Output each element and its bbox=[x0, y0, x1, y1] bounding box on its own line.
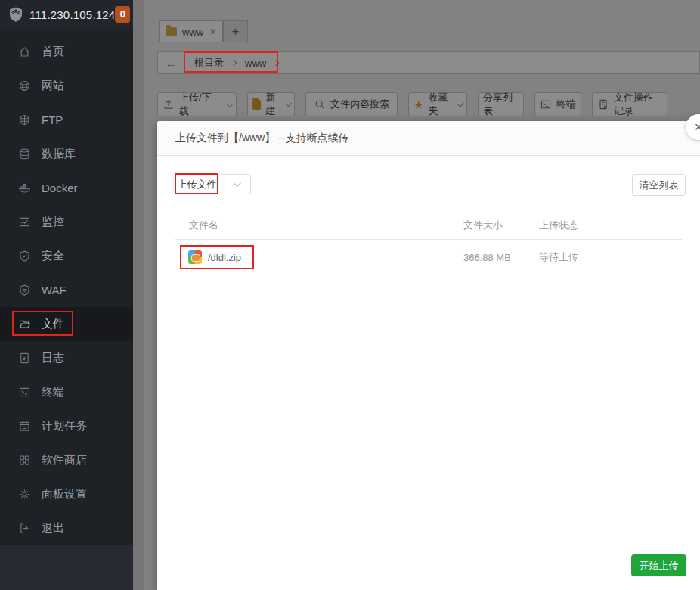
security-shield-icon bbox=[18, 250, 31, 262]
upload-queue-table: 文件名 文件大小 上传状态 /dldl.zip 366.88 MB 等待上传 bbox=[175, 211, 682, 275]
panel-header: 111.230.105.124 0 bbox=[0, 0, 133, 29]
sidebar-item-cron[interactable]: 计划任务 bbox=[0, 409, 133, 443]
sidebar-item-security[interactable]: 安全 bbox=[0, 239, 133, 273]
file-size: 366.88 MB bbox=[463, 252, 539, 263]
sidebar-item-logs[interactable]: 日志 bbox=[0, 341, 133, 375]
upload-split-button: 上传文件 bbox=[175, 174, 251, 194]
sidebar-item-waf[interactable]: WAF bbox=[0, 273, 133, 307]
sidebar-item-logout[interactable]: 退出 bbox=[0, 511, 133, 545]
sidebar-item-settings[interactable]: 面板设置 bbox=[0, 477, 133, 511]
column-filesize: 文件大小 bbox=[463, 219, 539, 232]
clear-list-button[interactable]: 清空列表 bbox=[632, 174, 686, 196]
logout-icon bbox=[18, 522, 31, 535]
table-header-row: 文件名 文件大小 上传状态 bbox=[175, 211, 682, 240]
zip-file-icon bbox=[188, 250, 202, 264]
sidebar-item-files[interactable]: 文件 bbox=[0, 307, 133, 341]
sidebar-item-database[interactable]: 数据库 bbox=[0, 137, 133, 171]
sidebar-item-home[interactable]: 首页 bbox=[0, 35, 133, 69]
calendar-task-icon bbox=[18, 420, 31, 433]
upload-dialog-title: 上传文件到【/www】 --支持断点续传 bbox=[175, 132, 348, 145]
file-name: /dldl.zip bbox=[208, 252, 241, 263]
upload-dialog-header: 上传文件到【/www】 --支持断点续传 bbox=[157, 121, 700, 156]
terminal-icon bbox=[18, 386, 31, 399]
column-filename: 文件名 bbox=[175, 219, 463, 232]
folder-icon bbox=[18, 318, 31, 331]
panel-shield-logo-icon bbox=[8, 6, 24, 23]
server-ip[interactable]: 111.230.105.124 bbox=[29, 8, 115, 21]
waf-shield-icon bbox=[18, 284, 31, 297]
file-status: 等待上传 bbox=[539, 250, 682, 264]
upload-dialog: 上传文件到【/www】 --支持断点续传 × 上传文件 清空列表 文件名 文件大… bbox=[157, 121, 700, 590]
home-icon bbox=[18, 45, 31, 58]
sidebar-item-terminal[interactable]: 终端 bbox=[0, 375, 133, 409]
upload-dialog-body: 上传文件 清空列表 文件名 文件大小 上传状态 /dldl.zip 366.88… bbox=[157, 156, 700, 293]
sidebar: 111.230.105.124 0 首页 网站 FTP 数据库 Docker 监… bbox=[0, 0, 133, 590]
monitor-icon bbox=[18, 216, 31, 228]
database-icon bbox=[18, 148, 31, 160]
start-upload-button[interactable]: 开始上传 bbox=[631, 554, 686, 576]
message-count-badge[interactable]: 0 bbox=[115, 6, 130, 23]
docker-icon bbox=[18, 182, 31, 194]
sidebar-item-docker[interactable]: Docker bbox=[0, 171, 133, 205]
website-icon bbox=[18, 79, 31, 92]
log-document-icon bbox=[18, 352, 31, 365]
upload-file-button[interactable]: 上传文件 bbox=[175, 174, 218, 194]
sidebar-item-ftp[interactable]: FTP bbox=[0, 103, 133, 137]
upload-options-button[interactable] bbox=[221, 174, 251, 194]
table-row[interactable]: /dldl.zip 366.88 MB 等待上传 bbox=[175, 240, 682, 275]
sidebar-item-monitor[interactable]: 监控 bbox=[0, 205, 133, 239]
sidebar-menu: 首页 网站 FTP 数据库 Docker 监控 安全 WAF bbox=[0, 29, 133, 545]
app-grid-icon bbox=[18, 454, 31, 467]
sidebar-item-appstore[interactable]: 软件商店 bbox=[0, 443, 133, 477]
ftp-icon bbox=[18, 113, 31, 126]
column-status: 上传状态 bbox=[539, 219, 682, 232]
gear-icon bbox=[18, 488, 31, 501]
chevron-down-icon bbox=[233, 179, 240, 187]
sidebar-item-website[interactable]: 网站 bbox=[0, 69, 133, 103]
